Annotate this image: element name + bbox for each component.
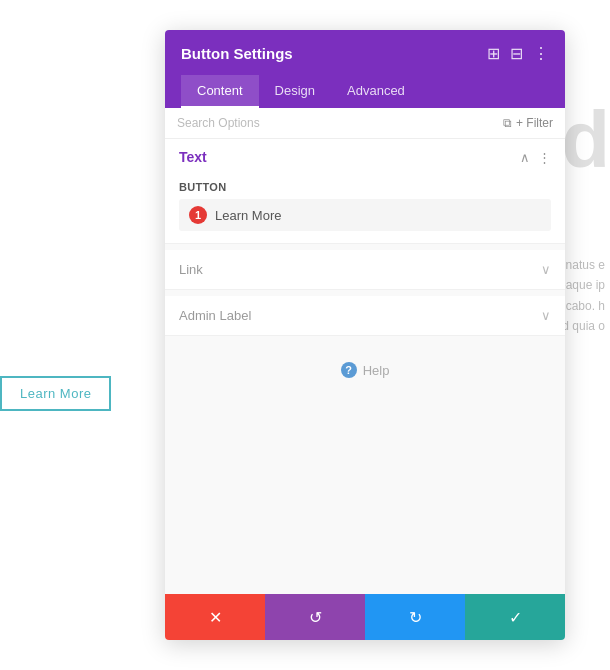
button-badge: 1: [189, 206, 207, 224]
chevron-up-icon: ∧: [520, 150, 530, 165]
filter-label: + Filter: [516, 116, 553, 130]
filter-button[interactable]: ⧉ + Filter: [503, 116, 553, 130]
cancel-button[interactable]: ✕: [165, 594, 265, 640]
panel-title: Button Settings: [181, 45, 293, 62]
redo-button[interactable]: ↻: [365, 594, 465, 640]
admin-label-chevron-icon: ∨: [541, 308, 551, 323]
panel-header: Button Settings ⊞ ⊟ ⋮ Content Design Adv…: [165, 30, 565, 108]
cancel-icon: ✕: [209, 608, 222, 627]
panel-header-icons: ⊞ ⊟ ⋮: [487, 44, 549, 63]
admin-label-section: Admin Label ∨: [165, 296, 565, 336]
save-button[interactable]: ✓: [465, 594, 565, 640]
link-section-header[interactable]: Link ∨: [165, 250, 565, 289]
link-section: Link ∨: [165, 250, 565, 290]
text-section-icons: ∧ ⋮: [520, 150, 551, 165]
tab-content[interactable]: Content: [181, 75, 259, 108]
tab-advanced[interactable]: Advanced: [331, 75, 421, 108]
save-icon: ✓: [509, 608, 522, 627]
more-options-icon[interactable]: ⋮: [533, 44, 549, 63]
collapse-icon[interactable]: ⊟: [510, 44, 523, 63]
help-label[interactable]: Help: [363, 363, 390, 378]
button-settings-panel: Button Settings ⊞ ⊟ ⋮ Content Design Adv…: [165, 30, 565, 640]
button-field-label: Button: [179, 181, 551, 193]
text-section: Text ∧ ⋮ Button 1 Learn More: [165, 139, 565, 244]
text-section-header[interactable]: Text ∧ ⋮: [165, 139, 565, 175]
admin-label-section-header[interactable]: Admin Label ∨: [165, 296, 565, 335]
link-chevron-icon: ∨: [541, 262, 551, 277]
panel-body: Search Options ⧉ + Filter Text ∧ ⋮ Butto…: [165, 108, 565, 594]
expand-icon[interactable]: ⊞: [487, 44, 500, 63]
tab-design[interactable]: Design: [259, 75, 331, 108]
link-section-title: Link: [179, 262, 203, 277]
search-placeholder: Search Options: [177, 116, 260, 130]
help-icon: ?: [341, 362, 357, 378]
button-field-group: Button 1 Learn More: [165, 175, 565, 243]
admin-label-title: Admin Label: [179, 308, 251, 323]
filter-icon: ⧉: [503, 116, 512, 130]
button-field-row[interactable]: 1 Learn More: [179, 199, 551, 231]
panel-tabs: Content Design Advanced: [181, 75, 549, 108]
panel-footer: ✕ ↺ ↻ ✓: [165, 594, 565, 640]
undo-icon: ↺: [309, 608, 322, 627]
help-section: ? Help: [165, 342, 565, 398]
learn-more-button[interactable]: Learn More: [0, 376, 111, 411]
text-section-title: Text: [179, 149, 207, 165]
button-field-value: Learn More: [215, 208, 281, 223]
search-bar: Search Options ⧉ + Filter: [165, 108, 565, 139]
redo-icon: ↻: [409, 608, 422, 627]
undo-button[interactable]: ↺: [265, 594, 365, 640]
text-section-menu-icon: ⋮: [538, 150, 551, 165]
